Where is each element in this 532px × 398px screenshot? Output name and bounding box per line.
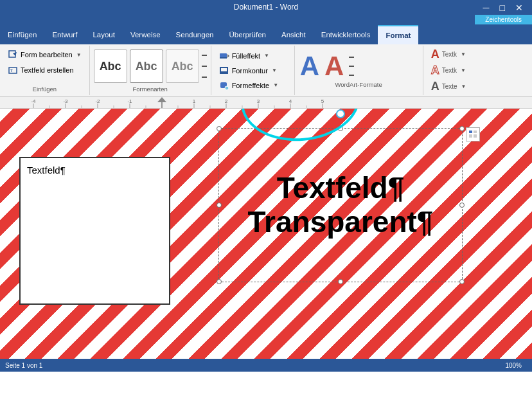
zoom-text: 100%	[505, 362, 522, 369]
handle-bottom-left[interactable]	[217, 279, 222, 284]
svg-marker-6	[227, 54, 229, 58]
fuelleffekt-button[interactable]: Fülleffekt ▼	[217, 50, 289, 62]
shapes-more-button[interactable]	[202, 50, 207, 83]
tab-einfuegen[interactable]: Einfügen	[0, 25, 44, 44]
textk-item1[interactable]: A Textk ▼	[429, 46, 470, 62]
textk-arrow1: ▼	[461, 51, 466, 57]
textk-group: A Textk ▼ A Textk ▼ A Texte ▼	[423, 46, 475, 95]
wordart-group-label: WordArt-Formate	[300, 81, 418, 88]
ribbon: Form bearbeiten ▼ T Textfeld erstellen E…	[0, 44, 532, 97]
status-text: Seite 1 von 1	[5, 362, 42, 369]
textk-label1: Textk	[442, 51, 457, 58]
form-bearbeiten-button[interactable]: Form bearbeiten ▼	[5, 48, 84, 61]
shape-style-1-button[interactable]: Abc	[94, 50, 127, 83]
handle-top-middle[interactable]	[338, 126, 343, 131]
form-group-label: Einfügen	[5, 84, 84, 93]
form-bearbeiten-arrow: ▼	[76, 52, 82, 58]
fuelleffekt-label: Fülleffekt	[232, 52, 260, 60]
formeffekte-icon	[219, 80, 229, 91]
svg-text:3: 3	[257, 98, 260, 104]
shape-style-2-button[interactable]: Abc	[130, 50, 163, 83]
shapes-group-label: Formenarten	[94, 86, 207, 93]
svg-rect-44	[474, 134, 477, 138]
formkontur-label: Formkontur	[232, 67, 268, 75]
tab-ansicht[interactable]: Ansicht	[274, 25, 314, 44]
handle-top-left[interactable]	[217, 126, 222, 131]
svg-text:-1: -1	[127, 98, 132, 104]
svg-text:2: 2	[225, 98, 228, 104]
handle-middle-right[interactable]	[459, 203, 465, 208]
ribbon-tabs: Einfügen Entwurf Layout Verweise Sendung…	[0, 25, 532, 44]
restore-icon[interactable]: □	[496, 1, 509, 14]
fuelleffekt-arrow: ▼	[264, 53, 269, 59]
textfeld-erstellen-button[interactable]: T Textfeld erstellen	[5, 64, 84, 77]
formkontur-button[interactable]: Formkontur ▼	[217, 64, 289, 77]
tab-ueberpruefen[interactable]: Überprüfen	[221, 25, 274, 44]
textk-label2: Textk	[442, 67, 457, 74]
textbox-plain-content: Textfeld¶	[27, 165, 66, 176]
wordart-group: A A WordArt-Formate	[295, 46, 423, 95]
tab-layout[interactable]: Layout	[85, 25, 123, 44]
formkontur-arrow: ▼	[272, 68, 277, 73]
svg-marker-40	[157, 97, 166, 102]
svg-text:T: T	[10, 69, 13, 73]
form-group: Form bearbeiten ▼ T Textfeld erstellen E…	[0, 46, 90, 95]
effects-group: Fülleffekt ▼ Formkontur ▼ Formeffekte ▼	[211, 46, 295, 95]
document-area: Textfeld¶ Textfeld¶ Transparent¶	[0, 109, 532, 359]
document-title: Dokument1 - Word	[234, 3, 298, 12]
textfeld-erstellen-label: Textfeld erstellen	[21, 66, 74, 74]
svg-text:-2: -2	[95, 98, 100, 104]
textk-label3: Texte	[442, 83, 457, 90]
handle-middle-left[interactable]	[217, 203, 222, 208]
tab-verweise[interactable]: Verweise	[123, 25, 168, 44]
tab-entwicklertools[interactable]: Entwicklertools	[314, 25, 378, 44]
shapes-group: Abc Abc Abc Formenarten	[90, 46, 211, 95]
ruler: -4 -3 -2 -1 0 1 2 3 4 5	[0, 97, 532, 109]
zeichentools-bar: Zeichentools	[0, 14, 532, 25]
wordart-a-blue[interactable]: A	[300, 53, 319, 80]
wordart-row: A A	[300, 53, 418, 80]
status-bar: Seite 1 von 1 100%	[0, 359, 532, 372]
formkontur-icon	[219, 66, 229, 76]
textk-arrow3: ▼	[461, 84, 466, 89]
textbox-transparent-content: Textfeld¶ Transparent¶	[248, 171, 434, 239]
svg-rect-5	[220, 57, 227, 59]
form-bearbeiten-label: Form bearbeiten	[21, 51, 73, 59]
layout-icon[interactable]	[466, 127, 480, 141]
svg-text:-3: -3	[63, 98, 68, 104]
close-icon[interactable]: ✕	[511, 1, 527, 14]
handle-bottom-middle[interactable]	[338, 279, 343, 284]
textk-item3[interactable]: A Texte ▼	[429, 78, 470, 95]
svg-rect-43	[469, 134, 472, 138]
svg-text:1: 1	[193, 98, 196, 104]
textbox-transparent[interactable]: Textfeld¶ Transparent¶	[218, 128, 463, 282]
svg-marker-1	[13, 52, 17, 56]
svg-rect-8	[220, 71, 227, 73]
svg-text:4: 4	[289, 98, 292, 104]
formeffekte-button[interactable]: Formeffekte ▼	[217, 79, 289, 92]
svg-rect-41	[469, 131, 472, 133]
tab-entwurf[interactable]: Entwurf	[44, 25, 85, 44]
handle-bottom-right[interactable]	[459, 279, 465, 284]
handle-top-right[interactable]	[459, 126, 465, 131]
textfeld-erstellen-icon: T	[8, 65, 18, 75]
title-bar: Dokument1 - Word ─ □ ✕	[0, 0, 532, 14]
shape-style-3-button[interactable]: Abc	[166, 50, 199, 83]
wordart-more-button[interactable]	[349, 53, 354, 80]
svg-point-10	[225, 86, 229, 90]
svg-text:-4: -4	[31, 98, 36, 104]
textbox-plain[interactable]: Textfeld¶	[19, 157, 170, 305]
ruler-content: -4 -3 -2 -1 0 1 2 3 4 5	[1, 97, 531, 108]
tab-sendungen[interactable]: Sendungen	[168, 25, 222, 44]
form-bearbeiten-icon	[8, 50, 18, 60]
formeffekte-arrow: ▼	[273, 82, 278, 88]
shapes-row: Abc Abc Abc	[94, 48, 207, 84]
zeichentools-label: Zeichentools	[475, 15, 532, 24]
wordart-a-red[interactable]: A	[324, 53, 344, 80]
textk-arrow2: ▼	[461, 68, 466, 73]
rotate-handle[interactable]	[336, 109, 345, 118]
minimize-icon[interactable]: ─	[479, 1, 493, 14]
tab-format[interactable]: Format	[378, 25, 418, 44]
svg-rect-42	[474, 131, 477, 133]
textk-item2[interactable]: A Textk ▼	[429, 62, 470, 78]
